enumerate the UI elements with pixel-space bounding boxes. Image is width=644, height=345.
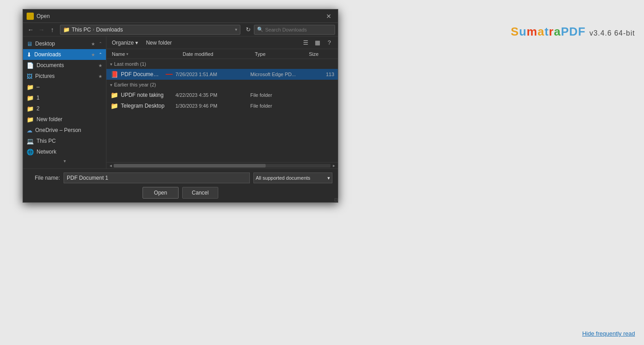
- refresh-button[interactable]: ↻: [243, 25, 253, 35]
- file-name-updf: UPDF note taking: [121, 92, 173, 98]
- brand-a2: a: [554, 25, 561, 38]
- group-label-earlier: Earlier this year (2): [114, 82, 156, 87]
- sidebar-item-dash-label: –: [37, 84, 40, 90]
- file-name-pdf: PDF Document 1: [121, 71, 161, 77]
- filename-input[interactable]: [64, 172, 250, 183]
- search-icon: 🔍: [257, 27, 263, 32]
- address-bar[interactable]: 📁 This PC › Downloads ▾: [60, 25, 240, 35]
- address-this-pc: This PC: [72, 27, 91, 33]
- sidebar-item-desktop-label: Desktop: [35, 41, 55, 47]
- file-badge: [166, 74, 173, 75]
- app-version: v3.4.6 64-bit: [589, 29, 635, 37]
- col-size-label: Size: [309, 51, 318, 57]
- sidebar-item-dash[interactable]: 📁 –: [23, 82, 106, 92]
- dialog-bottom: File name: All supported documents ▾ Ope…: [23, 168, 338, 202]
- buttons-row: Open Cancel: [28, 187, 332, 199]
- search-bar[interactable]: 🔍 Search Downloads: [254, 25, 335, 35]
- pdf-file-icon: 📕: [110, 71, 118, 78]
- col-header-name[interactable]: Name ▾: [110, 51, 181, 57]
- new-folder-button[interactable]: New folder: [143, 39, 175, 47]
- sidebar-item-documents-label: Documents: [37, 62, 64, 68]
- dialog-close-button[interactable]: ✕: [323, 12, 334, 21]
- sidebar-item-pictures-label: Pictures: [35, 73, 55, 79]
- sidebar-item-desktop[interactable]: 🖥 Desktop ★ ⌃: [23, 38, 106, 49]
- main-content: Organize ▾ New folder ☰ ▦ ? Name ▾: [106, 36, 338, 168]
- file-row-telegram[interactable]: 📁 Telegram Desktop 1/30/2023 9:46 PM Fil…: [106, 100, 338, 111]
- open-button[interactable]: Open: [143, 187, 179, 199]
- pictures-icon: 🖼: [27, 73, 32, 80]
- col-type-label: Type: [255, 51, 266, 57]
- file-modified-updf: 4/22/2023 4:35 PM: [175, 92, 248, 98]
- organize-button[interactable]: Organize ▾: [110, 39, 140, 47]
- resize-handle[interactable]: ⊡: [332, 197, 338, 202]
- list-view-button[interactable]: ☰: [301, 38, 311, 48]
- sidebar-item-network-label: Network: [37, 149, 56, 155]
- sidebar-item-pictures[interactable]: 🖼 Pictures ★: [23, 71, 106, 82]
- brand-r: r: [549, 25, 554, 38]
- view-icons-area: ☰ ▦ ?: [301, 38, 334, 48]
- brand-s: S: [511, 25, 519, 38]
- pin-icon-pictures: ★: [98, 74, 102, 79]
- dialog-title-icon: [27, 13, 34, 20]
- sidebar-item-2-label: 2: [37, 105, 40, 112]
- pin-icon-downloads: ★: [91, 52, 95, 57]
- hscroll-thumb[interactable]: [114, 164, 266, 168]
- col-header-type[interactable]: Type: [253, 51, 307, 57]
- file-row-updf[interactable]: 📁 UPDF note taking 4/22/2023 4:35 PM Fil…: [106, 90, 338, 100]
- pin-icon-documents: ★: [98, 63, 102, 68]
- cancel-button[interactable]: Cancel: [182, 187, 218, 199]
- filetype-label: All supported documents: [256, 175, 310, 181]
- organize-chevron-icon: ▾: [135, 40, 138, 46]
- sidebar-item-onedrive[interactable]: ☁ OneDrive – Person: [23, 125, 106, 136]
- group-chevron-earlier[interactable]: ▾: [110, 82, 112, 87]
- address-folder-icon: 📁: [63, 27, 70, 33]
- hide-frequently-read-link[interactable]: Hide frequently read: [582, 330, 635, 337]
- sidebar-item-downloads[interactable]: ⬇ Downloads ★ ⌃: [23, 49, 106, 60]
- filename-row: File name: All supported documents ▾: [28, 172, 332, 183]
- back-button[interactable]: ←: [26, 25, 36, 35]
- dialog-toolbar: ← → ↑ 📁 This PC › Downloads ▾ ↻ 🔍 Search…: [23, 23, 338, 36]
- filetype-select[interactable]: All supported documents ▾: [253, 172, 332, 183]
- open-dialog: Open ✕ ← → ↑ 📁 This PC › Downloads ▾ ↻ 🔍…: [23, 9, 338, 203]
- column-headers: Name ▾ Date modified Type Size: [106, 49, 338, 59]
- dialog-titlebar: Open ✕: [23, 9, 338, 23]
- col-sort-arrow: ▾: [126, 52, 129, 56]
- organize-label: Organize: [112, 40, 134, 46]
- filename-label: File name:: [28, 175, 60, 181]
- file-type-telegram: File folder: [250, 103, 304, 109]
- file-modified-telegram: 1/30/2023 9:46 PM: [175, 103, 248, 109]
- hscroll-track[interactable]: [114, 164, 331, 168]
- brand-a: a: [538, 25, 544, 38]
- brand-pdf: PDF: [561, 25, 586, 38]
- filetype-dropdown-icon: ▾: [327, 175, 330, 181]
- sidebar-item-1-label: 1: [37, 95, 40, 101]
- sidebar-item-new-folder-label: New folder: [37, 116, 62, 123]
- tile-view-button[interactable]: ▦: [313, 38, 322, 48]
- sidebar-item-this-pc-label: This PC: [37, 138, 56, 144]
- col-header-modified[interactable]: Date modified: [181, 51, 253, 57]
- sidebar-item-network[interactable]: 🌐 Network: [23, 146, 106, 157]
- forward-button[interactable]: →: [37, 25, 46, 35]
- address-separator: ›: [93, 27, 94, 32]
- sidebar-item-new-folder[interactable]: 📁 New folder: [23, 114, 106, 125]
- help-button[interactable]: ?: [324, 38, 334, 48]
- file-type-updf: File folder: [250, 92, 304, 98]
- hscroll-left-arrow[interactable]: ◂: [107, 163, 114, 168]
- file-name-telegram: Telegram Desktop: [121, 103, 173, 109]
- sidebar-item-downloads-label: Downloads: [34, 51, 61, 58]
- col-header-size[interactable]: Size: [307, 51, 334, 57]
- sidebar-scroll-down[interactable]: ▾: [23, 157, 106, 164]
- sidebar-item-2[interactable]: 📁 2: [23, 103, 106, 114]
- col-modified-label: Date modified: [183, 51, 213, 57]
- sidebar-item-1[interactable]: 📁 1: [23, 92, 106, 103]
- group-chevron-last-month[interactable]: ▾: [110, 62, 112, 67]
- address-dropdown-icon[interactable]: ▾: [235, 27, 237, 32]
- brand-t: t: [544, 25, 549, 38]
- up-button[interactable]: ↑: [47, 25, 57, 35]
- file-row-pdf-document[interactable]: 📕 PDF Document 1 7/26/2023 1:51 AM Micro…: [106, 69, 338, 80]
- sidebar-item-this-pc[interactable]: 💻 This PC: [23, 136, 106, 146]
- documents-icon: 📄: [27, 62, 34, 69]
- sidebar-item-documents[interactable]: 📄 Documents ★: [23, 60, 106, 71]
- group-header-earlier: ▾ Earlier this year (2): [106, 80, 338, 90]
- hscroll-right-arrow[interactable]: ▸: [331, 163, 337, 168]
